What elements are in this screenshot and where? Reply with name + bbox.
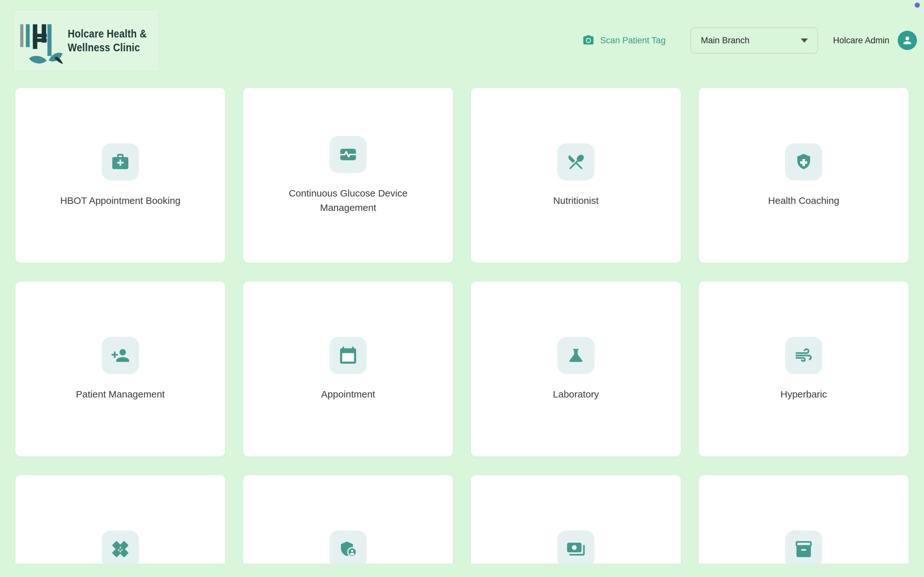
module-card[interactable] bbox=[243, 475, 453, 564]
module-grid: HBOT Appointment BookingContinuous Gluco… bbox=[15, 88, 909, 564]
module-icon-tile bbox=[102, 530, 139, 564]
air-icon bbox=[794, 346, 813, 365]
clinic-name-line2: Wellness Clinic bbox=[68, 40, 147, 54]
person-add-icon bbox=[111, 346, 130, 365]
module-card[interactable] bbox=[699, 475, 909, 564]
clinic-name-line1: Holcare Health & bbox=[68, 27, 147, 40]
recording-indicator-dot bbox=[915, 3, 920, 8]
user-avatar[interactable] bbox=[898, 31, 917, 50]
module-card-label: Nutritionist bbox=[553, 193, 599, 208]
medical-bag-icon bbox=[111, 152, 130, 171]
header-actions: Scan Patient Tag Main Branch Holcare Adm… bbox=[582, 10, 917, 71]
module-card[interactable]: Nutritionist bbox=[471, 88, 681, 263]
module-card[interactable]: Health Coaching bbox=[699, 88, 909, 263]
module-icon-tile bbox=[557, 143, 594, 181]
header: Holcare Health & Wellness Clinic Scan Pa… bbox=[0, 0, 924, 71]
clinic-logo-icon bbox=[19, 17, 66, 69]
module-card[interactable]: Patient Management bbox=[15, 282, 225, 456]
user-name: Holcare Admin bbox=[833, 35, 889, 45]
module-icon-tile bbox=[785, 530, 822, 564]
clinic-name: Holcare Health & Wellness Clinic bbox=[68, 27, 147, 54]
restaurant-icon bbox=[566, 152, 586, 171]
module-icon-tile bbox=[557, 530, 594, 564]
person-icon bbox=[901, 35, 913, 46]
branch-select[interactable]: Main Branch bbox=[690, 27, 818, 53]
module-icon-tile bbox=[102, 143, 139, 181]
module-card[interactable] bbox=[471, 475, 681, 564]
calendar-icon bbox=[338, 346, 358, 365]
branch-select-value: Main Branch bbox=[701, 35, 750, 45]
module-icon-tile bbox=[785, 143, 822, 181]
module-card-label: Health Coaching bbox=[768, 193, 839, 208]
module-card-label: Patient Management bbox=[76, 387, 165, 401]
scan-patient-tag-button[interactable]: Scan Patient Tag bbox=[582, 34, 666, 47]
page: Holcare Health & Wellness Clinic Scan Pa… bbox=[0, 0, 924, 564]
module-icon-tile bbox=[330, 136, 367, 173]
chevron-down-icon bbox=[801, 39, 808, 43]
module-card-label: Continuous Glucose Device Management bbox=[273, 186, 423, 215]
module-card[interactable] bbox=[15, 475, 225, 564]
module-card-label: Laboratory bbox=[553, 387, 599, 401]
shield-plus-icon bbox=[794, 152, 813, 171]
clinic-logo[interactable]: Holcare Health & Wellness Clinic bbox=[13, 10, 159, 71]
archive-icon bbox=[794, 540, 813, 559]
camera-icon bbox=[582, 34, 594, 47]
payments-icon bbox=[566, 540, 586, 559]
module-card-label: Appointment bbox=[321, 387, 375, 401]
shield-person-icon bbox=[338, 540, 358, 559]
monitor-pulse-icon bbox=[338, 145, 358, 164]
module-card[interactable]: Appointment bbox=[243, 282, 453, 456]
module-card-label: HBOT Appointment Booking bbox=[60, 193, 181, 208]
bandage-icon bbox=[111, 540, 130, 559]
flask-icon bbox=[566, 346, 586, 365]
module-card[interactable]: Hyperbaric bbox=[699, 282, 909, 456]
module-card[interactable]: HBOT Appointment Booking bbox=[15, 88, 225, 263]
module-icon-tile bbox=[330, 530, 367, 564]
module-icon-tile bbox=[330, 337, 367, 374]
module-card[interactable]: Laboratory bbox=[471, 282, 681, 456]
scan-patient-tag-label: Scan Patient Tag bbox=[600, 35, 666, 45]
module-icon-tile bbox=[102, 337, 139, 374]
module-icon-tile bbox=[557, 337, 594, 374]
module-card[interactable]: Continuous Glucose Device Management bbox=[243, 88, 453, 263]
module-icon-tile bbox=[785, 337, 822, 374]
module-card-label: Hyperbaric bbox=[780, 387, 827, 401]
